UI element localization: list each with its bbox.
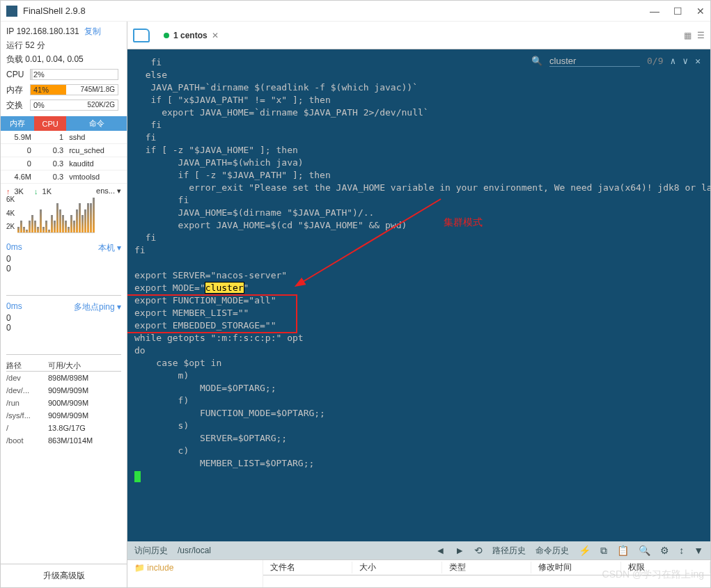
interface-select[interactable]: ens... ▾ — [96, 186, 121, 196]
disk-table: 路径可用/大小 /dev898M/898M /dev/...909M/909M … — [1, 358, 127, 450]
col-perm[interactable]: 权限 — [621, 562, 710, 573]
swap-label: 交换 — [6, 98, 27, 112]
multi-ping-select[interactable]: 多地点ping ▾ — [74, 301, 121, 313]
forward-icon[interactable]: ► — [455, 545, 464, 556]
copy-icon[interactable]: 📋 — [617, 545, 629, 556]
ip-value: 192.168.180.131 — [17, 24, 79, 38]
search-input[interactable] — [549, 56, 640, 67]
ip-label: IP — [6, 24, 14, 38]
search-prev-icon[interactable]: ∧ — [671, 55, 676, 67]
search-icon: 🔍 — [531, 55, 542, 67]
search-close-icon[interactable]: ✕ — [695, 55, 701, 67]
file-list: 📁 include 文件名 大小 类型 修改时间 权限 — [127, 559, 710, 587]
back-icon[interactable]: ◄ — [435, 545, 445, 556]
bottom-toolbar: 访问历史 /usr/local ◄ ► ⟲ 路径历史 命令历史 ⚡ ⧉ 📋 🔍 … — [127, 541, 710, 559]
latency-local: 0ms本机 ▾ 00 — [1, 239, 127, 299]
table-row: 5.9M1sshd — [1, 131, 127, 144]
title-bar: FinalShell 2.9.8 — ☐ ✕ — [1, 1, 710, 22]
grid-view-icon[interactable]: ▦ — [684, 31, 692, 40]
runtime-text: 运行 52 分 — [6, 38, 121, 52]
cpu-label: CPU — [6, 67, 27, 81]
terminal-search-bar: 🔍 0/9 ∧ ∨ ✕ — [531, 55, 701, 67]
bolt-icon[interactable]: ⚡ — [579, 545, 591, 556]
col-filename[interactable]: 文件名 — [263, 562, 352, 573]
upload-icon: ↑ — [6, 187, 10, 196]
close-button[interactable]: ✕ — [696, 6, 705, 17]
search-count: 0/9 — [647, 55, 663, 67]
terminal-cursor — [134, 471, 141, 482]
col-size[interactable]: 大小 — [352, 562, 442, 573]
copy-ip-button[interactable]: 复制 — [84, 24, 101, 38]
minimize-button[interactable]: — — [650, 6, 659, 17]
status-dot-icon — [164, 33, 169, 38]
search-next-icon[interactable]: ∨ — [682, 55, 688, 67]
terminal-output: fi else JAVA_PATH=`dirname $(readlink -f… — [134, 56, 710, 482]
mem-label: 内存 — [6, 83, 27, 97]
path-history-button[interactable]: 路径历史 — [492, 545, 526, 557]
cpu-bar: 2% — [30, 69, 118, 80]
process-table: 内存CPU命令 5.9M1sshd 00.3rcu_sched 00.3kaud… — [1, 116, 127, 184]
cmd-history-button[interactable]: 命令历史 — [536, 545, 569, 557]
filter-icon[interactable]: ▼ — [694, 545, 703, 556]
upgrade-button[interactable]: 升级高级版 — [1, 564, 127, 587]
app-title: FinalShell 2.9.8 — [23, 6, 650, 16]
settings-icon[interactable]: ⚙ — [660, 545, 669, 556]
latency-multi: 0ms多地点ping ▾ 00 — [1, 299, 127, 358]
window-icon[interactable]: ⧉ — [600, 545, 607, 557]
local-ping-select[interactable]: 本机 ▾ — [98, 242, 121, 254]
table-row: 00.3kauditd — [1, 157, 127, 170]
network-chart: ↑3K ↓1Kens... ▾ 6K4K2K — [1, 184, 127, 239]
table-row: 4.6M0.3vmtoolsd — [1, 170, 127, 184]
swap-bar: 0%520K/2G — [30, 100, 118, 111]
table-row: 00.3rcu_sched — [1, 144, 127, 157]
sidebar: IP 192.168.180.131 复制 运行 52 分 负载 0.01, 0… — [1, 22, 127, 587]
visit-history-button[interactable]: 访问历史 — [134, 545, 168, 557]
terminal[interactable]: 🔍 0/9 ∧ ∨ ✕ fi else JAVA_PATH=`dirname $… — [127, 49, 710, 541]
sort-icon[interactable]: ↕ — [679, 545, 684, 556]
menu-icon[interactable]: ☰ — [697, 31, 705, 40]
load-text: 负载 0.01, 0.04, 0.05 — [6, 52, 121, 66]
download-icon: ↓ — [34, 187, 38, 196]
maximize-button[interactable]: ☐ — [673, 6, 682, 17]
annotation-text: 集群模式 — [444, 216, 483, 229]
col-mtime[interactable]: 修改时间 — [531, 562, 620, 573]
tab-centos[interactable]: 1 centos ✕ — [157, 28, 226, 43]
search-highlight: cluster — [205, 283, 244, 293]
mem-bar: 41%745M/1.8G — [30, 84, 118, 95]
col-type[interactable]: 类型 — [442, 562, 531, 573]
tree-item[interactable]: include — [147, 563, 173, 573]
current-path[interactable]: /usr/local — [178, 546, 211, 555]
app-logo-icon — [6, 6, 17, 17]
refresh-icon[interactable]: ⟲ — [474, 545, 483, 556]
search-file-icon[interactable]: 🔍 — [639, 545, 650, 556]
folder-icon[interactable] — [133, 29, 150, 42]
folder-small-icon: 📁 — [134, 563, 145, 573]
tab-bar: 1 centos ✕ ▦ ☰ — [127, 22, 710, 49]
tab-close-icon[interactable]: ✕ — [212, 31, 219, 40]
